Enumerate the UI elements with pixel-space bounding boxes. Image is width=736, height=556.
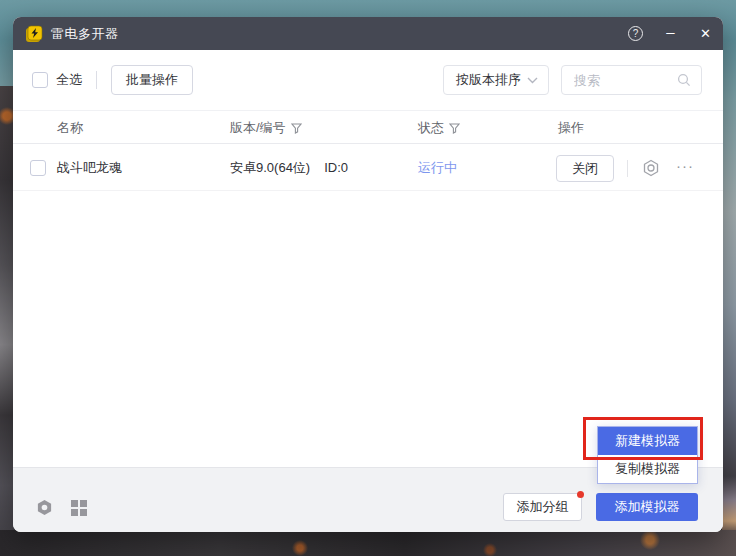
menu-item-copy-emulator[interactable]: 复制模拟器	[598, 455, 697, 483]
table-row[interactable]: 战斗吧龙魂 安卓9.0(64位)ID:0 运行中 关闭 ···	[13, 145, 723, 191]
titlebar[interactable]: 雷电多开器 ? – ✕	[13, 17, 723, 50]
minimize-icon: –	[666, 24, 674, 39]
row-checkbox[interactable]	[30, 160, 46, 176]
column-header-operations-label: 操作	[558, 111, 584, 145]
more-options-icon[interactable]: ···	[671, 145, 699, 191]
select-all-checkbox[interactable]	[32, 72, 48, 88]
window-title: 雷电多开器	[51, 25, 119, 43]
status-badge: 运行中	[418, 145, 457, 191]
chevron-down-icon	[527, 77, 538, 84]
emulator-version: 安卓9.0(64位)	[230, 160, 310, 175]
add-emulator-popup-menu: 新建模拟器 复制模拟器	[597, 426, 698, 484]
close-icon: ✕	[700, 26, 711, 41]
toolbar: 全选 批量操作 按版本排序	[13, 50, 723, 110]
emulator-name: 战斗吧龙魂	[57, 145, 122, 191]
notification-dot	[577, 491, 584, 498]
column-header-name: 名称	[57, 111, 83, 145]
column-header-status-label: 状态	[418, 111, 444, 145]
sort-dropdown[interactable]: 按版本排序	[443, 65, 549, 95]
emulator-version-cell: 安卓9.0(64位)ID:0	[230, 145, 348, 191]
minimize-button[interactable]: –	[653, 17, 688, 50]
search-icon	[677, 73, 691, 87]
column-header-status: 状态	[418, 111, 460, 145]
wallpaper-bottom-rocks	[0, 530, 736, 556]
search-input[interactable]	[566, 73, 677, 88]
search-box	[561, 65, 702, 95]
filter-funnel-icon[interactable]	[449, 123, 460, 134]
column-header-operations: 操作	[558, 111, 584, 145]
app-logo-icon	[25, 25, 43, 43]
add-group-label: 添加分组	[517, 498, 569, 516]
toolbar-divider	[96, 71, 97, 89]
stop-emulator-button[interactable]: 关闭	[556, 155, 614, 182]
column-header-version: 版本/编号	[230, 111, 302, 145]
emulator-id: ID:0	[324, 160, 348, 175]
row-divider	[627, 160, 628, 177]
close-button[interactable]: ✕	[688, 17, 723, 50]
settings-nut-icon[interactable]	[642, 159, 660, 177]
sort-dropdown-value: 按版本排序	[456, 71, 527, 89]
filter-funnel-icon[interactable]	[291, 123, 302, 134]
wallpaper-right-peak	[722, 476, 736, 536]
settings-icon[interactable]	[36, 499, 53, 516]
window-controls: ? – ✕	[618, 17, 723, 50]
menu-item-new-emulator[interactable]: 新建模拟器	[598, 427, 697, 455]
help-icon: ?	[628, 26, 643, 41]
batch-operations-button[interactable]: 批量操作	[111, 65, 193, 95]
column-header-version-label: 版本/编号	[230, 111, 286, 145]
help-button[interactable]: ?	[618, 17, 653, 50]
app-window: 雷电多开器 ? – ✕ 全选 批量操作 按版本排序	[13, 17, 723, 532]
column-header-name-label: 名称	[57, 111, 83, 145]
select-all-label: 全选	[56, 71, 82, 89]
table-header: 名称 版本/编号 状态 操作	[13, 110, 723, 144]
grid-view-icon[interactable]	[71, 500, 87, 516]
add-emulator-button[interactable]: 添加模拟器	[596, 493, 698, 521]
add-group-button[interactable]: 添加分组	[503, 493, 582, 521]
